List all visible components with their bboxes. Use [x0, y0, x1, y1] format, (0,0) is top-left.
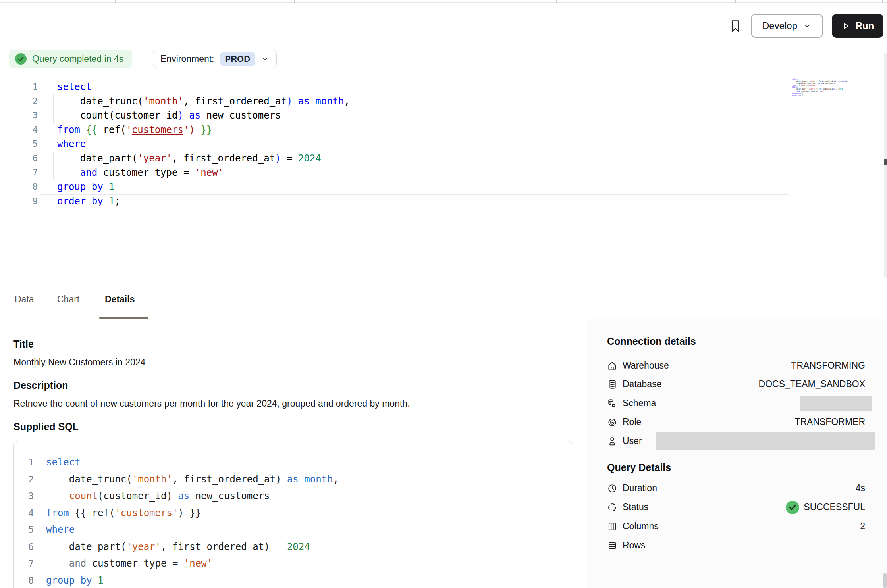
editor-line: 4from {{ ref('customers') }} — [0, 123, 887, 137]
target-icon — [607, 417, 617, 427]
supplied-sql-line: 4from {{ ref('customers') }} — [14, 505, 573, 521]
bookmark-icon — [730, 19, 741, 33]
line-number: 1 — [14, 454, 34, 471]
line-number: 1 — [0, 80, 38, 94]
editor-line: 3 count(customer_id) as new_customers — [0, 108, 887, 123]
line-number: 7 — [14, 555, 34, 572]
row-value: 2 — [860, 521, 865, 532]
editor-line: 6 date_part('year', first_ordered_at) = … — [0, 151, 887, 165]
rows-icon — [607, 540, 617, 551]
bookmark-button[interactable] — [727, 16, 744, 36]
play-icon — [841, 21, 850, 31]
supplied-sql-line: 1select — [14, 454, 573, 471]
header-bar: Develop Run — [0, 4, 887, 44]
line-number: 4 — [0, 123, 38, 137]
supplied-sql-line: 2 date_trunc('month', first_ordered_at) … — [14, 471, 573, 488]
line-number: 8 — [0, 180, 38, 194]
supplied-sql-line: 3 count(customer_id) as new_customers — [14, 488, 573, 504]
editor-scrollbar-track[interactable] — [884, 53, 887, 278]
run-button[interactable]: Run — [832, 14, 883, 38]
description-heading: Description — [13, 380, 68, 391]
row-label: Role — [623, 417, 641, 427]
row-value: DOCS_TEAM_SANDBOX — [759, 379, 865, 390]
tab-divider — [735, 0, 736, 3]
row-label: Duration — [623, 483, 657, 494]
line-number: 5 — [14, 521, 34, 538]
editor-line: 1select — [0, 80, 887, 94]
line-number: 2 — [14, 471, 34, 488]
editor-line: 9order by 1; — [0, 194, 887, 208]
warehouse-row: WarehouseTRANSFORMING — [587, 356, 887, 375]
editor-line: 2 date_trunc('month', first_ordered_at) … — [0, 94, 887, 108]
tab-data[interactable]: Data — [15, 280, 34, 319]
status-row: StatusSUCCESSFUL — [587, 498, 887, 517]
user-row: User — [587, 432, 887, 450]
clock-icon — [607, 483, 617, 494]
database-icon — [607, 379, 617, 390]
user-icon — [607, 436, 617, 446]
role-row: RoleTRANSFORMER — [587, 413, 887, 431]
line-number: 5 — [0, 137, 38, 151]
tab-divider — [115, 0, 116, 3]
connection-details-heading: Connection details — [607, 336, 696, 347]
supplied-sql-line: 6 date_part('year', first_ordered_at) = … — [14, 538, 573, 555]
row-label: Schema — [623, 398, 656, 409]
row-label: Columns — [623, 521, 659, 532]
supplied-sql-line: 8group by 1 — [14, 572, 573, 588]
sql-editor[interactable]: 1select2 date_trunc('month', first_order… — [0, 52, 887, 280]
schema-row: Schema — [587, 394, 887, 413]
supplied-sql-line: 5where — [14, 521, 573, 538]
line-number: 8 — [14, 572, 34, 588]
header-divider — [0, 44, 887, 44]
row-value: SUCCESSFUL — [804, 502, 865, 513]
description-value: Retrieve the count of new customers per … — [13, 398, 410, 409]
supplied-sql-code-block: 1select2 date_trunc('month', first_order… — [13, 441, 573, 588]
tab-divider — [556, 0, 557, 3]
columns-icon — [607, 521, 617, 532]
tab-details[interactable]: Details — [105, 280, 135, 319]
panel-scrollbar-thumb[interactable] — [883, 573, 887, 588]
supplied-sql-heading: Supplied SQL — [13, 421, 79, 432]
row-value: TRANSFORMING — [791, 360, 865, 371]
panel-scrollbar-track[interactable] — [884, 319, 884, 588]
row-label: User — [623, 436, 642, 446]
editor-scrollbar-thumb[interactable] — [884, 159, 887, 165]
browser-tab-strip — [0, 0, 887, 3]
rows-row: Rows--- — [587, 536, 887, 555]
columns-row: Columns2 — [587, 517, 887, 536]
row-value: TRANSFORMER — [794, 417, 865, 427]
editor-line: 8group by 1 — [0, 180, 887, 194]
develop-dropdown-button[interactable]: Develop — [751, 14, 823, 38]
tab-divider — [882, 0, 883, 3]
home-icon — [607, 361, 617, 371]
redacted-value — [656, 432, 875, 450]
title-value: Monthly New Customers in 2024 — [13, 357, 145, 368]
duration-row: Duration4s — [587, 479, 887, 498]
row-label: Database — [623, 379, 661, 390]
tab-divider — [294, 0, 295, 3]
row-value: --- — [856, 540, 865, 551]
details-side-panel: Connection details WarehouseTRANSFORMING… — [587, 319, 887, 588]
line-number: 3 — [0, 108, 38, 123]
success-check-icon — [785, 500, 800, 515]
run-label: Run — [856, 20, 874, 31]
line-number: 2 — [0, 94, 38, 108]
editor-line: 5where — [0, 137, 887, 151]
title-heading: Title — [13, 338, 34, 350]
tab-chart[interactable]: Chart — [57, 280, 79, 319]
schema-icon — [607, 398, 617, 409]
editor-minimap[interactable]: select date_trunc('month', first_ordered… — [792, 78, 834, 96]
line-number: 4 — [14, 505, 34, 521]
develop-label: Develop — [762, 20, 797, 31]
line-number: 6 — [14, 538, 34, 555]
line-number: 7 — [0, 165, 38, 180]
line-number: 9 — [0, 194, 38, 208]
row-label: Warehouse — [623, 360, 669, 371]
database-row: DatabaseDOCS_TEAM_SANDBOX — [587, 375, 887, 394]
row-label: Rows — [623, 540, 646, 551]
query-details-heading: Query Details — [607, 462, 671, 473]
redacted-value — [800, 396, 872, 411]
row-value: 4s — [856, 483, 865, 494]
row-label: Status — [623, 502, 648, 513]
editor-line: 7 and customer_type = 'new' — [0, 165, 887, 180]
